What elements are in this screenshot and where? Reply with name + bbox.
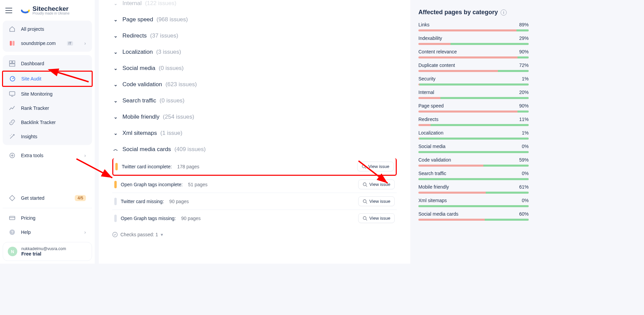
view-issue-button[interactable]: View issue (358, 179, 395, 189)
category-name: Localization (418, 130, 443, 136)
brand-tagline: Proudly made in Ukraine (32, 12, 70, 15)
issue-group-search-traffic[interactable]: ⌄Search traffic (0 issues) (112, 93, 397, 109)
chevron-down-icon: ⌄ (112, 65, 119, 72)
category-percent: 60% (519, 211, 529, 217)
category-name: Links (418, 22, 430, 27)
category-percent: 61% (519, 184, 529, 190)
checks-passed-row[interactable]: Checks passed: 1 ▾ (112, 226, 397, 237)
category-bar (418, 205, 529, 207)
chevron-down-icon: ⌄ (112, 97, 119, 104)
category-percent: 1% (522, 76, 529, 81)
issue-row[interactable]: Open Graph tags missing: 90 pages View i… (112, 210, 397, 226)
issue-group-redirects[interactable]: ⌄Redirects (37 issues) (112, 28, 397, 44)
nav-insights-label: Insights (21, 134, 37, 139)
category-percent: 89% (519, 22, 529, 27)
category-name: Indexability (418, 35, 442, 41)
home-icon (9, 26, 16, 32)
sidebar: Sitechecker Proudly made in Ukraine All … (0, 0, 95, 264)
extra-tools-link[interactable]: Extra tools › (3, 148, 92, 163)
help-link[interactable]: ? Help › (3, 225, 92, 239)
issue-pages: 51 pages (188, 182, 208, 187)
issue-group-mobile-friendly[interactable]: ⌄Mobile friendly (254 issues) (112, 109, 397, 125)
issue-title: Open Graph tags missing: (121, 216, 176, 221)
all-projects-label: All projects (21, 26, 44, 32)
category-row[interactable]: Xml sitemaps 0% (418, 198, 529, 207)
category-bar (418, 192, 529, 194)
category-row[interactable]: Security 1% (418, 76, 529, 86)
get-started-link[interactable]: Get started 4/5 (3, 191, 92, 205)
category-row[interactable]: Content relevance 90% (418, 49, 529, 58)
category-row[interactable]: Mobile friendly 61% (418, 184, 529, 194)
panel-title: Affected pages by category (418, 9, 498, 16)
nav-site-monitoring[interactable]: Site Monitoring (3, 87, 92, 101)
nav-site-audit-label: Site Audit (21, 76, 41, 81)
view-issue-button[interactable]: View issue (358, 196, 395, 206)
svg-rect-0 (10, 41, 12, 46)
category-row[interactable]: Social media 0% (418, 144, 529, 153)
issue-row[interactable]: Twitter card missing: 90 pages View issu… (112, 193, 397, 210)
category-row[interactable]: Search traffic 0% (418, 171, 529, 180)
projects-section: All projects soundstripe.com IT › (3, 21, 92, 52)
nav-backlink-tracker-label: Backlink Tracker (21, 120, 56, 125)
issue-group-localization[interactable]: ⌄Localization (3 issues) (112, 44, 397, 60)
get-started-progress: 4/5 (75, 195, 86, 201)
issue-group-code-validation[interactable]: ⌄Code validation (623 issues) (112, 76, 397, 93)
chevron-right-icon: › (84, 229, 86, 235)
user-card[interactable]: N nukkadelmu@vusra.com Free trial (3, 242, 92, 261)
nav-site-audit[interactable]: Site Audit (2, 71, 93, 87)
nav-dashboard[interactable]: Dashboard (3, 56, 92, 71)
svg-rect-6 (9, 92, 15, 95)
category-row[interactable]: Localization 1% (418, 130, 529, 140)
pricing-label: Pricing (21, 215, 36, 221)
main-area: ⌄Internal (122 issues)⌄Page speed (968 i… (95, 0, 537, 264)
search-icon (362, 164, 366, 169)
nav-backlink-tracker[interactable]: Backlink Tracker (3, 115, 92, 129)
issue-group-xml-sitemaps[interactable]: ⌄Xml sitemaps (1 issue) (112, 125, 397, 141)
svg-rect-1 (13, 41, 15, 46)
issue-title: Twitter card incomplete: (122, 164, 172, 169)
category-name: Redirects (418, 117, 438, 122)
category-row[interactable]: Internal 20% (418, 90, 529, 99)
svg-point-15 (113, 232, 117, 237)
issue-title: Open Graph tags incomplete: (121, 182, 183, 187)
category-bar (418, 151, 529, 153)
view-issue-button[interactable]: View issue (358, 213, 395, 223)
svg-rect-4 (9, 64, 15, 66)
project-selector[interactable]: soundstripe.com IT › (3, 36, 92, 50)
category-bar (418, 29, 529, 31)
category-row[interactable]: Social media cards 60% (418, 211, 529, 221)
issue-group-social-media[interactable]: ⌄Social media (0 issues) (112, 60, 397, 76)
nav-rank-tracker[interactable]: Rank Tracker (3, 101, 92, 115)
category-row[interactable]: Redirects 11% (418, 117, 529, 126)
issue-row[interactable]: Open Graph tags incomplete: 51 pages Vie… (112, 176, 397, 193)
view-issue-button[interactable]: View issue (357, 162, 394, 171)
brand-logo[interactable]: Sitechecker Proudly made in Ukraine (17, 5, 70, 15)
category-row[interactable]: Links 89% (418, 22, 529, 31)
search-icon (363, 216, 367, 221)
all-projects-link[interactable]: All projects (3, 22, 92, 36)
svg-point-12 (363, 183, 366, 186)
help-label: Help (21, 229, 31, 235)
panel-title-row: Affected pages by category i (418, 9, 529, 16)
severity-indicator (114, 181, 117, 188)
category-bar (418, 70, 529, 72)
avatar: N (8, 247, 17, 256)
hamburger-icon (5, 8, 12, 13)
category-percent: 59% (519, 157, 529, 163)
issue-group-social-media-cards[interactable]: ︿Social media cards (409 issues) (112, 141, 397, 158)
info-icon[interactable]: i (501, 9, 507, 16)
issue-pages: 178 pages (177, 164, 199, 169)
category-row[interactable]: Page speed 90% (418, 103, 529, 113)
category-bar (418, 178, 529, 180)
nav-insights[interactable]: Insights (3, 129, 92, 144)
hamburger-button[interactable] (5, 6, 13, 15)
issue-row[interactable]: Twitter card incomplete: 178 pages View … (112, 158, 397, 176)
user-email: nukkadelmu@vusra.com (21, 246, 66, 251)
category-row[interactable]: Indexability 29% (418, 35, 529, 45)
issue-group-internal[interactable]: ⌄Internal (122 issues) (112, 0, 397, 11)
issue-group-page-speed[interactable]: ⌄Page speed (968 issues) (112, 11, 397, 28)
category-row[interactable]: Duplicate content 72% (418, 63, 529, 72)
pricing-link[interactable]: Pricing (3, 211, 92, 225)
category-row[interactable]: Code validation 59% (418, 157, 529, 167)
svg-rect-2 (9, 61, 12, 63)
